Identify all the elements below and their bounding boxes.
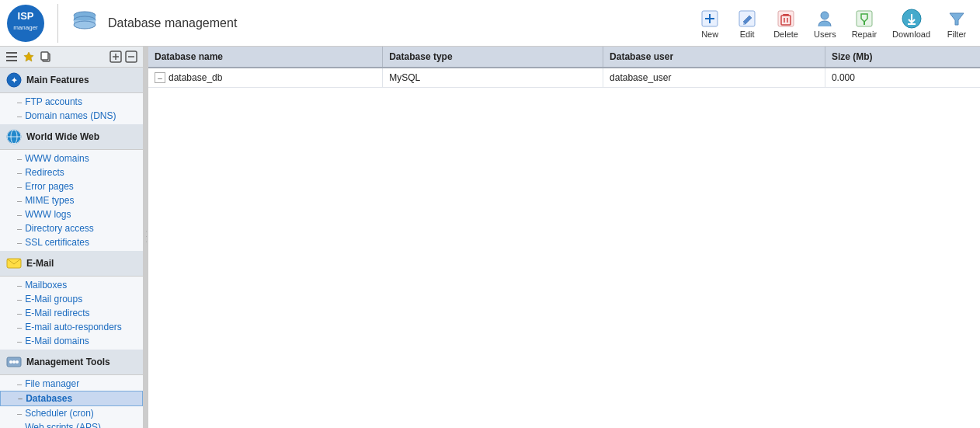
collapse-icon[interactable] — [124, 50, 138, 64]
header: ISP manager Database management New — [0, 0, 980, 47]
col-db-type[interactable]: Database type — [383, 47, 603, 68]
content-area: Database name Database type Database use… — [148, 47, 980, 428]
sidebar-toolbar — [0, 47, 143, 68]
table-container: Database name Database type Database use… — [148, 47, 980, 428]
col-db-size[interactable]: Size (Mb) — [825, 47, 980, 68]
delete-icon — [775, 8, 797, 30]
svg-point-45 — [12, 360, 16, 364]
download-label: Download — [892, 30, 930, 39]
www-title: World Wide Web — [26, 131, 99, 142]
database-table: Database name Database type Database use… — [148, 47, 980, 88]
svg-rect-30 — [41, 52, 48, 60]
section-email[interactable]: E-Mail — [0, 251, 143, 277]
row-toggle[interactable]: – — [155, 72, 165, 83]
section-www[interactable]: World Wide Web — [0, 124, 143, 150]
delete-label: Delete — [773, 30, 798, 39]
cell-db-name: – database_db — [148, 68, 383, 88]
sidebar-item-directory-access[interactable]: Directory access — [0, 221, 143, 235]
col-db-user[interactable]: Database user — [603, 47, 825, 68]
svg-point-46 — [16, 360, 19, 364]
management-tools-title: Management Tools — [26, 357, 110, 367]
svg-text:ISP: ISP — [18, 10, 34, 22]
svg-point-44 — [9, 360, 12, 364]
www-icon — [6, 129, 22, 144]
table-header-row: Database name Database type Database use… — [148, 47, 980, 68]
sidebar-item-redirects[interactable]: Redirects — [0, 165, 143, 179]
repair-icon — [853, 8, 875, 30]
sidebar-item-email-groups[interactable]: E-Mail groups — [0, 292, 143, 306]
tools-icon — [6, 354, 22, 370]
new-button[interactable]: New — [693, 5, 727, 42]
sidebar-item-scheduler[interactable]: Scheduler (cron) — [0, 406, 143, 420]
main-features-title: Main Features — [26, 75, 89, 85]
section-management-tools[interactable]: Management Tools — [0, 350, 143, 375]
sidebar-item-mime-types[interactable]: MIME types — [0, 193, 143, 207]
cell-db-size: 0.000 — [825, 68, 980, 88]
repair-label: Repair — [852, 30, 877, 39]
sidebar-expand-collapse — [109, 50, 138, 64]
management-tools-items: File manager Databases Scheduler (cron) … — [0, 375, 143, 428]
page-icon — [71, 8, 99, 38]
users-label: Users — [814, 30, 836, 39]
svg-rect-13 — [778, 11, 794, 26]
svg-text:✦: ✦ — [11, 76, 18, 85]
sidebar-item-domain-names[interactable]: Domain names (DNS) — [0, 109, 143, 123]
users-button[interactable]: Users — [808, 5, 843, 42]
filter-label: Filter — [947, 30, 966, 39]
main-features-icon: ✦ — [6, 72, 22, 88]
svg-marker-28 — [24, 52, 33, 61]
star-icon[interactable] — [22, 50, 36, 64]
col-db-name[interactable]: Database name — [148, 47, 383, 68]
sidebar-item-error-pages[interactable]: Error pages — [0, 179, 143, 193]
edit-icon — [736, 8, 758, 30]
sidebar-item-email-autoresponders[interactable]: E-mail auto-responders — [0, 320, 143, 334]
page-title: Database management — [108, 16, 693, 30]
logo: ISP manager — [6, 4, 58, 43]
sidebar-item-file-manager[interactable]: File manager — [0, 377, 143, 391]
email-items: Mailboxes E-Mail groups E-Mail redirects… — [0, 277, 143, 350]
sidebar-item-web-scripts[interactable]: Web scripts (APS) — [0, 420, 143, 428]
sidebar-item-www-logs[interactable]: WWW logs — [0, 207, 143, 221]
filter-icon — [946, 8, 968, 30]
download-icon — [901, 8, 923, 30]
sidebar-item-email-domains[interactable]: E-Mail domains — [0, 334, 143, 348]
sidebar-item-mailboxes[interactable]: Mailboxes — [0, 278, 143, 292]
list-icon[interactable] — [5, 50, 19, 64]
filter-button[interactable]: Filter — [940, 5, 974, 42]
svg-text:manager: manager — [13, 24, 38, 31]
email-title: E-Mail — [26, 258, 54, 269]
svg-rect-26 — [6, 56, 17, 57]
section-main-features[interactable]: ✦ Main Features — [0, 68, 143, 93]
cell-db-type: MySQL — [383, 68, 603, 88]
sidebar-item-databases[interactable]: Databases — [0, 391, 143, 406]
main-layout: ✦ Main Features FTP accounts Domain name… — [0, 47, 980, 428]
main-features-items: FTP accounts Domain names (DNS) — [0, 93, 143, 124]
edit-label: Edit — [740, 30, 755, 39]
svg-rect-25 — [6, 52, 17, 54]
cell-db-user: database_user — [603, 68, 825, 88]
email-icon — [6, 256, 22, 271]
sidebar-item-www-domains[interactable]: WWW domains — [0, 151, 143, 165]
toolbar: New Edit — [693, 5, 974, 42]
sidebar-item-ftp-accounts[interactable]: FTP accounts — [0, 95, 143, 109]
download-button[interactable]: Download — [886, 5, 937, 42]
table-row[interactable]: – database_db MySQL database_user 0.000 — [148, 68, 980, 88]
svg-point-18 — [821, 12, 829, 19]
sidebar-item-ssl-certificates[interactable]: SSL certificates — [0, 235, 143, 249]
svg-point-7 — [74, 21, 96, 29]
sidebar: ✦ Main Features FTP accounts Domain name… — [0, 47, 144, 428]
delete-button[interactable]: Delete — [767, 5, 805, 42]
repair-button[interactable]: Repair — [846, 5, 883, 42]
www-items: WWW domains Redirects Error pages MIME t… — [0, 150, 143, 251]
users-icon — [814, 8, 836, 30]
svg-marker-24 — [950, 13, 964, 25]
new-label: New — [701, 30, 718, 39]
expand-icon[interactable] — [109, 50, 123, 64]
copy-icon[interactable] — [39, 50, 53, 64]
new-icon — [699, 8, 721, 30]
edit-button[interactable]: Edit — [730, 5, 764, 42]
sidebar-item-email-redirects[interactable]: E-Mail redirects — [0, 306, 143, 320]
svg-rect-27 — [6, 60, 17, 61]
